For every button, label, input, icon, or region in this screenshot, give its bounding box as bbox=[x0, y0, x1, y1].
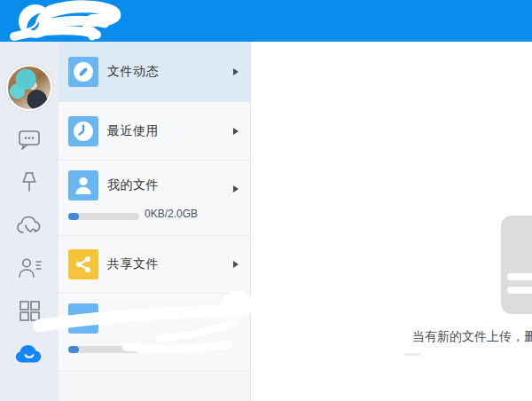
contacts-icon[interactable] bbox=[14, 255, 44, 281]
weiyun-window: 文件动态 最近使用 bbox=[0, 0, 532, 401]
call-icon[interactable] bbox=[14, 212, 44, 239]
redacted-icon bbox=[68, 303, 98, 334]
menu-item-recent[interactable]: 最近使用 bbox=[59, 102, 250, 161]
illustration-line bbox=[507, 273, 532, 280]
chevron-right-icon bbox=[233, 261, 239, 268]
illustration-line bbox=[507, 287, 532, 294]
main-content: 当有新的文件上传，删 bbox=[252, 42, 532, 401]
empty-state-illustration bbox=[501, 216, 532, 314]
avatar[interactable] bbox=[6, 65, 52, 111]
scribbled-logo bbox=[0, 0, 532, 42]
menu-item-label: 文件动态 bbox=[107, 64, 159, 80]
storage-progressbar bbox=[68, 346, 139, 353]
storage-usage-text: 0KB/2.0GB bbox=[145, 208, 198, 220]
sidebar bbox=[0, 42, 59, 401]
storage-progress-fill bbox=[68, 346, 79, 353]
menu-item-label: 我的文件 bbox=[107, 177, 159, 193]
menu-item-file-activity[interactable]: 文件动态 bbox=[59, 42, 250, 102]
clock-icon bbox=[68, 116, 98, 146]
storage-progressbar bbox=[68, 213, 139, 220]
menu-item-shared-files[interactable]: 共享文件 bbox=[59, 236, 250, 294]
menu-item-redacted[interactable] bbox=[59, 294, 250, 372]
faint-mark bbox=[404, 353, 420, 356]
share-icon bbox=[68, 249, 98, 279]
pin-icon[interactable] bbox=[14, 169, 44, 196]
chat-icon[interactable] bbox=[14, 127, 44, 153]
menu-item-label: 共享文件 bbox=[107, 256, 159, 272]
cloud-icon[interactable] bbox=[14, 340, 44, 366]
chevron-right-icon bbox=[233, 185, 239, 193]
storage-progress-fill bbox=[68, 213, 79, 220]
menu-panel-footer bbox=[59, 373, 250, 401]
empty-state-text: 当有新的文件上传，删 bbox=[412, 329, 532, 345]
chevron-right-icon bbox=[233, 128, 239, 135]
user-icon bbox=[68, 170, 98, 200]
apps-grid-icon[interactable] bbox=[14, 297, 44, 324]
menu-item-label: 最近使用 bbox=[107, 123, 159, 139]
menu-item-my-files[interactable]: 我的文件 0KB/2.0GB bbox=[59, 161, 250, 236]
compass-icon bbox=[68, 57, 98, 87]
chevron-right-icon bbox=[233, 68, 239, 75]
menu-panel: 文件动态 最近使用 bbox=[59, 42, 251, 401]
app-header bbox=[0, 0, 532, 42]
